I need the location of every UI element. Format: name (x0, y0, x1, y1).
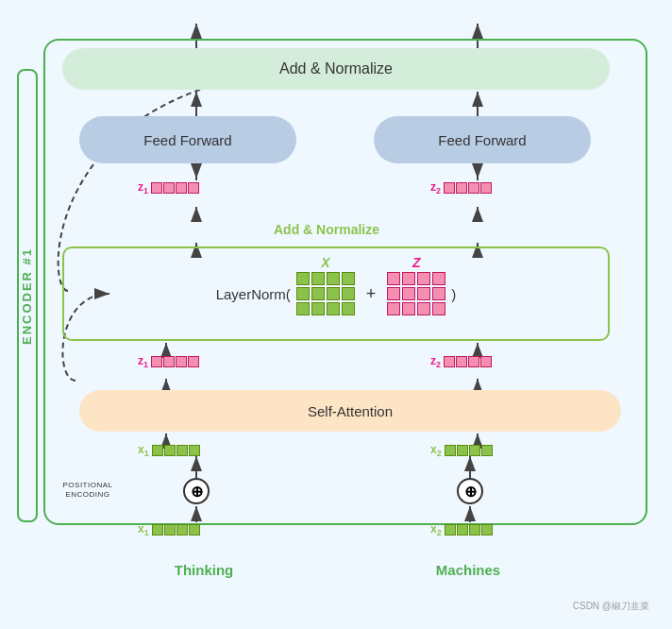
z-token-grid (387, 272, 445, 315)
x-token-grid-wrapper: X (296, 272, 355, 315)
encoder-label-text: ENCODER #1 (21, 246, 35, 344)
x-token-grid (296, 272, 355, 315)
x1-tokens-bottom: x1 (138, 522, 200, 537)
word-thinking: Thinking (109, 562, 298, 578)
layer-norm-box: LayerNorm( X + Z ) (62, 246, 610, 341)
self-attention-box: Self-Attention (79, 390, 621, 432)
feed-forward-left: Feed Forward (79, 116, 296, 163)
add-normalize-top: Add & Normalize (62, 48, 610, 90)
word-machines: Machines (374, 562, 563, 578)
encoder-label: ENCODER #1 (17, 69, 38, 522)
watermark: CSDN @椒刀韭菜 (573, 600, 649, 613)
x2-tokens-bottom: x2 (430, 522, 493, 537)
z1-tokens-mid: z1 (138, 354, 199, 369)
z1-tokens-top: z1 (138, 180, 199, 196)
feed-forward-right: Feed Forward (374, 116, 591, 163)
layer-norm-content: LayerNorm( X + Z ) (216, 272, 457, 315)
x2-tokens-input: x2 (430, 443, 493, 458)
z2-tokens-top: z2 (430, 180, 492, 196)
positional-encoding-left: ⊕ (183, 478, 210, 504)
add-normalize-mid: Add & Normalize (128, 218, 525, 241)
z2-tokens-mid: z2 (430, 354, 492, 369)
positional-encoding-right: ⊕ (457, 478, 483, 504)
x1-tokens-input: x1 (138, 443, 200, 458)
positional-encoding-label: POSITIONAL ENCODING (45, 481, 130, 499)
z-token-grid-wrapper: Z (387, 272, 445, 315)
